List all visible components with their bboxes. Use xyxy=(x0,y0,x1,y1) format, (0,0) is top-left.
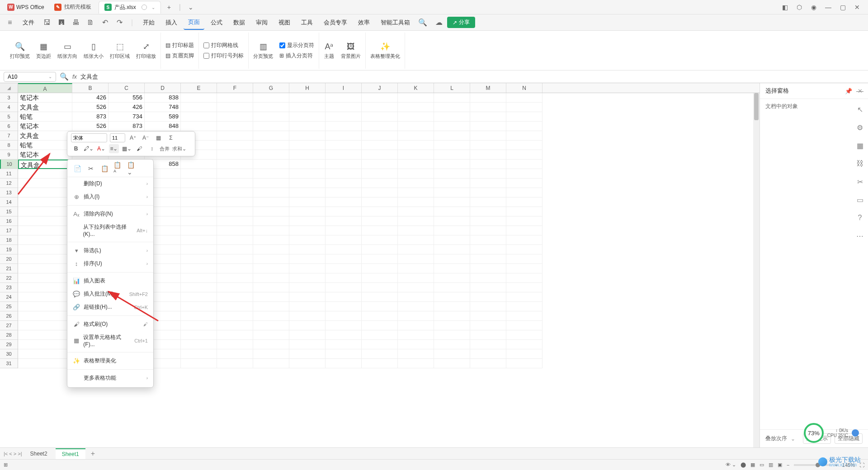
decrease-font-icon[interactable]: A⁻ xyxy=(141,133,151,142)
page-layout-icon[interactable]: ▭ xyxy=(760,462,764,468)
cm-clear[interactable]: Aᵪ清除内容(N)› xyxy=(67,207,153,221)
cell-M31[interactable] xyxy=(470,359,506,368)
headings-checkbox[interactable]: 打印行号列标 xyxy=(203,52,244,60)
row-header-20[interactable]: 20 xyxy=(0,254,18,264)
cell-G20[interactable] xyxy=(253,254,289,264)
cell-J29[interactable] xyxy=(362,340,398,349)
row-header-26[interactable]: 26 xyxy=(0,311,18,321)
cell-J23[interactable] xyxy=(362,283,398,292)
cell-M8[interactable] xyxy=(470,141,506,150)
print-area-button[interactable]: ⬚打印区域 xyxy=(110,41,130,60)
sheet-manager-icon[interactable]: ⊞ xyxy=(4,462,8,468)
cell-G26[interactable] xyxy=(253,311,289,321)
cell-L16[interactable] xyxy=(434,216,470,226)
cell-I18[interactable] xyxy=(326,235,362,245)
col-header-F[interactable]: F xyxy=(217,83,253,93)
cell-H21[interactable] xyxy=(289,264,326,273)
col-header-E[interactable]: E xyxy=(181,83,217,93)
cell-M10[interactable] xyxy=(470,160,506,169)
row-header-14[interactable]: 14 xyxy=(0,197,18,207)
cell-F30[interactable] xyxy=(217,349,253,359)
cell-A23[interactable] xyxy=(18,283,72,292)
cell-E22[interactable] xyxy=(181,273,217,283)
cell-F12[interactable] xyxy=(217,179,253,188)
cell-L18[interactable] xyxy=(434,235,470,245)
cell-L22[interactable] xyxy=(434,273,470,283)
cell-N13[interactable] xyxy=(506,188,542,197)
cell-E23[interactable] xyxy=(181,283,217,292)
cell-N14[interactable] xyxy=(506,197,542,207)
cell-L23[interactable] xyxy=(434,283,470,292)
cell-A24[interactable] xyxy=(18,292,72,302)
cell-A18[interactable] xyxy=(18,235,72,245)
cell-A13[interactable] xyxy=(18,188,72,197)
cell-H28[interactable] xyxy=(289,330,326,340)
tab-document[interactable]: S 产品.xlsx ⌄ xyxy=(99,1,161,14)
cell-A9[interactable]: 笔记本 xyxy=(18,150,72,160)
row-header-29[interactable]: 29 xyxy=(0,340,18,349)
cell-M28[interactable] xyxy=(470,330,506,340)
cell-H5[interactable] xyxy=(289,112,326,122)
cell-K20[interactable] xyxy=(398,254,434,264)
cell-E19[interactable] xyxy=(181,245,217,254)
save-as-icon[interactable]: 🖪 xyxy=(55,16,68,29)
row-header-24[interactable]: 24 xyxy=(0,292,18,302)
orientation-button[interactable]: ▭纸张方向 xyxy=(57,41,77,60)
cell-I23[interactable] xyxy=(326,283,362,292)
cell-K21[interactable] xyxy=(398,264,434,273)
cell-K31[interactable] xyxy=(398,359,434,368)
cell-F8[interactable] xyxy=(217,141,253,150)
minimize-button[interactable]: — xyxy=(821,0,835,14)
format-brush-icon[interactable]: 🖌 xyxy=(134,144,144,153)
cell-A6[interactable]: 笔记本 xyxy=(18,122,72,131)
cm-delete[interactable]: 删除(D)› xyxy=(67,177,153,190)
scrollbar-thumb[interactable] xyxy=(754,93,759,120)
menu-review[interactable]: 审阅 xyxy=(251,16,272,29)
record-icon[interactable]: ⬤ xyxy=(741,462,746,468)
cell-E3[interactable] xyxy=(181,93,217,103)
cm-insert[interactable]: ⊕插入(I)› xyxy=(67,190,153,203)
cell-F18[interactable] xyxy=(217,235,253,245)
cell-L20[interactable] xyxy=(434,254,470,264)
new-tab-button[interactable]: + xyxy=(162,0,176,14)
cell-H4[interactable] xyxy=(289,103,326,112)
cell-L10[interactable] xyxy=(434,160,470,169)
row-header-23[interactable]: 23 xyxy=(0,283,18,292)
cell-E13[interactable] xyxy=(181,188,217,197)
cell-E4[interactable] xyxy=(181,103,217,112)
save-icon[interactable]: 🖫 xyxy=(41,16,53,29)
cell-I6[interactable] xyxy=(326,122,362,131)
cell-K16[interactable] xyxy=(398,216,434,226)
row-header-28[interactable]: 28 xyxy=(0,330,18,340)
cell-I3[interactable] xyxy=(326,93,362,103)
col-header-K[interactable]: K xyxy=(398,83,434,93)
cell-G23[interactable] xyxy=(253,283,289,292)
tab-list-button[interactable]: ⌄ xyxy=(184,0,198,14)
cell-I24[interactable] xyxy=(326,292,362,302)
cell-F24[interactable] xyxy=(217,292,253,302)
cell-L12[interactable] xyxy=(434,179,470,188)
file-menu[interactable]: 文件 xyxy=(18,16,39,29)
cell-I9[interactable] xyxy=(326,150,362,160)
cell-A25[interactable] xyxy=(18,302,72,311)
cell-M14[interactable] xyxy=(470,197,506,207)
cell-E16[interactable] xyxy=(181,216,217,226)
cell-I16[interactable] xyxy=(326,216,362,226)
cell-N29[interactable] xyxy=(506,340,542,349)
cell-K13[interactable] xyxy=(398,188,434,197)
cell-K3[interactable] xyxy=(398,93,434,103)
cm-format-cells[interactable]: ▦设置单元格格式(F)...Ctrl+1 xyxy=(67,331,153,350)
cell-J20[interactable] xyxy=(362,254,398,264)
paste-special-icon[interactable]: 📋⌄ xyxy=(127,164,136,173)
cell-J7[interactable] xyxy=(362,131,398,141)
cell-I22[interactable] xyxy=(326,273,362,283)
row-header-12[interactable]: 12 xyxy=(0,179,18,188)
row-header-3[interactable]: 3 xyxy=(0,93,18,103)
cell-M3[interactable] xyxy=(470,93,506,103)
cell-L30[interactable] xyxy=(434,349,470,359)
cell-M26[interactable] xyxy=(470,311,506,321)
cell-I25[interactable] xyxy=(326,302,362,311)
font-size-input[interactable] xyxy=(110,133,125,142)
cell-N10[interactable] xyxy=(506,160,542,169)
cell-I8[interactable] xyxy=(326,141,362,150)
